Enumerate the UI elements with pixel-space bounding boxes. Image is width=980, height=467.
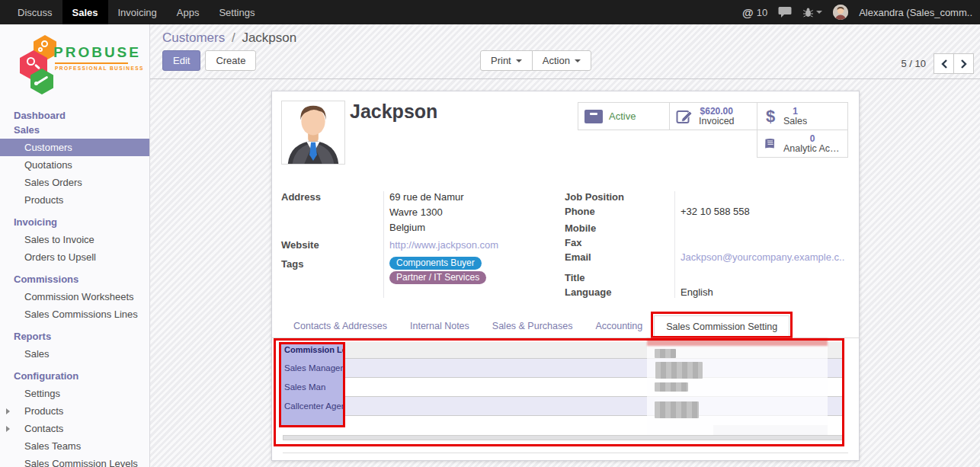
sidebar-heading-reports[interactable]: Reports bbox=[0, 328, 149, 345]
action-dropdowns: Print Action bbox=[480, 50, 591, 71]
logo-subtitle: PROFESSIONAL BUSINESS bbox=[53, 66, 136, 71]
address-line: 69 rue de Namur bbox=[389, 190, 464, 205]
edit-button[interactable]: Edit bbox=[162, 50, 200, 71]
sidebar-item-config-products[interactable]: Products bbox=[0, 402, 149, 420]
sidebar-item-sales-to-invoice[interactable]: Sales to Invoice bbox=[0, 231, 149, 248]
expand-arrow-icon bbox=[6, 426, 10, 432]
at-icon: @ bbox=[742, 6, 754, 19]
active-label: Active bbox=[609, 110, 636, 122]
nav-item-apps[interactable]: Apps bbox=[167, 0, 210, 24]
sales-label: Sales bbox=[783, 117, 807, 126]
probuse-logo: PROBUSE PROFESSIONAL BUSINESS bbox=[14, 35, 136, 94]
sidebar-heading-sales[interactable]: Sales bbox=[0, 124, 149, 139]
commission-level-cell[interactable]: Sales Man bbox=[281, 378, 345, 397]
top-navbar: Discuss Sales Invoicing Apps Settings @ … bbox=[0, 0, 980, 24]
sidebar-item-sales-commission-levels[interactable]: Sales Commission Levels bbox=[0, 455, 149, 467]
debug-bug-icon[interactable] bbox=[802, 7, 822, 18]
sidebar-heading-configuration[interactable]: Configuration bbox=[0, 367, 149, 385]
stat-buttons: Active $620.00 Invoiced $ 1 bbox=[577, 102, 848, 158]
sales-stat-button[interactable]: $ 1 Sales bbox=[757, 102, 848, 130]
address-line: Wavre 1300 bbox=[389, 205, 464, 220]
sales-value: 1 bbox=[783, 107, 807, 117]
column-separator bbox=[383, 191, 384, 298]
pager-count: 5 / 10 bbox=[901, 58, 926, 69]
print-dropdown[interactable]: Print bbox=[480, 50, 533, 71]
tab-sales-purchases[interactable]: Sales & Purchases bbox=[481, 315, 584, 337]
sidebar-heading-dashboard[interactable]: Dashboard bbox=[0, 107, 149, 124]
action-label: Action bbox=[543, 55, 570, 66]
sidebar-item-products[interactable]: Products bbox=[0, 191, 149, 209]
main-content: Customers / Jackpson Edit Create Print A… bbox=[150, 24, 980, 467]
website-link[interactable]: http://www.jackpson.com bbox=[383, 238, 498, 252]
column-separator bbox=[674, 191, 675, 298]
pager-previous-button[interactable] bbox=[934, 53, 954, 74]
invoiced-value: $620.00 bbox=[699, 107, 735, 117]
sidebar-item-orders-to-upsell[interactable]: Orders to Upsell bbox=[0, 248, 149, 266]
sidebar-item-commission-worksheets[interactable]: Commission Worksheets bbox=[0, 288, 149, 305]
commission-level-cell[interactable]: Callcenter Agent bbox=[281, 397, 345, 416]
edit-pencil-icon bbox=[676, 109, 693, 124]
mention-counter[interactable]: @ 10 bbox=[742, 6, 767, 19]
action-dropdown[interactable]: Action bbox=[532, 50, 591, 71]
commission-level-cell[interactable]: Sales Manager bbox=[281, 359, 345, 378]
redacted-value bbox=[655, 382, 688, 392]
active-stat-button[interactable]: Active bbox=[578, 102, 670, 130]
sidebar-item-sales-orders[interactable]: Sales Orders bbox=[0, 174, 149, 191]
phone-value: +32 10 588 558 bbox=[674, 204, 750, 219]
analytic-label: Analytic Acco... bbox=[783, 144, 841, 154]
tab-contacts-addresses[interactable]: Contacts & Addresses bbox=[282, 315, 399, 337]
logo-title: PROBUSE bbox=[53, 44, 136, 61]
title-value bbox=[674, 270, 681, 285]
book-icon bbox=[764, 137, 777, 151]
pager-next-button[interactable] bbox=[953, 53, 974, 74]
sidebar-item-label: Products bbox=[24, 405, 63, 417]
nav-item-sales[interactable]: Sales bbox=[62, 0, 108, 24]
print-label: Print bbox=[491, 55, 511, 66]
sidebar-item-reports-sales[interactable]: Sales bbox=[0, 345, 149, 363]
archive-box-icon bbox=[584, 110, 603, 123]
invoiced-stat-button[interactable]: $620.00 Invoiced bbox=[669, 102, 757, 130]
fax-label: Fax bbox=[565, 235, 674, 250]
commission-level-header[interactable]: Commission Level bbox=[281, 342, 345, 359]
pager: 5 / 10 bbox=[901, 53, 974, 74]
language-value: English bbox=[674, 285, 713, 299]
logo-rule bbox=[55, 62, 128, 64]
control-panel: Customers / Jackpson Edit Create Print A… bbox=[150, 24, 980, 79]
tag-components-buyer: Components Buyer bbox=[389, 257, 482, 270]
horizontal-scrollbar[interactable] bbox=[283, 435, 843, 440]
email-link[interactable]: Jackpson@yourcompany.example.c.. bbox=[674, 250, 844, 264]
redaction-pink-strip bbox=[647, 338, 828, 346]
messages-icon[interactable] bbox=[778, 6, 792, 18]
sidebar-item-sales-teams[interactable]: Sales Teams bbox=[0, 437, 149, 455]
tab-sales-commission-setting[interactable]: Sales Commission Setting bbox=[654, 315, 789, 337]
tab-accounting[interactable]: Accounting bbox=[584, 315, 654, 337]
form-sheet: Jackpson Active $620.00 Invoiced bbox=[271, 91, 860, 461]
sidebar-heading-invoicing[interactable]: Invoicing bbox=[0, 213, 149, 231]
sidebar-item-customers[interactable]: Customers bbox=[0, 139, 149, 156]
sidebar-heading-commissions[interactable]: Commissions bbox=[0, 270, 149, 288]
commission-table: Commission Level Sales Manager Sales Man… bbox=[272, 338, 859, 462]
nav-item-discuss[interactable]: Discuss bbox=[8, 0, 62, 24]
partner-photo[interactable] bbox=[281, 101, 345, 165]
sidebar-item-quotations[interactable]: Quotations bbox=[0, 156, 149, 174]
sidebar-item-sales-commissions-lines[interactable]: Sales Commissions Lines bbox=[0, 305, 149, 323]
phone-label: Phone bbox=[565, 204, 674, 219]
user-avatar[interactable] bbox=[833, 5, 848, 20]
caret-down-icon bbox=[575, 59, 581, 62]
navbar-menu: Discuss Sales Invoicing Apps Settings bbox=[0, 0, 264, 24]
address-line: Belgium bbox=[389, 220, 464, 235]
nav-item-invoicing[interactable]: Invoicing bbox=[108, 0, 167, 24]
user-menu[interactable]: Alexandra (Sales_comm.. bbox=[859, 7, 972, 18]
sidebar-item-config-contacts[interactable]: Contacts bbox=[0, 420, 149, 437]
website-label: Website bbox=[281, 238, 383, 252]
fax-value bbox=[674, 235, 681, 250]
sidebar-item-label: Contacts bbox=[24, 423, 63, 434]
nav-item-settings[interactable]: Settings bbox=[209, 0, 264, 24]
sidebar: PROBUSE PROFESSIONAL BUSINESS Dashboard … bbox=[0, 24, 150, 467]
breadcrumb-customers-link[interactable]: Customers bbox=[162, 30, 225, 45]
breadcrumb-current: Jackpson bbox=[242, 30, 296, 45]
tab-internal-notes[interactable]: Internal Notes bbox=[399, 315, 481, 337]
create-button[interactable]: Create bbox=[205, 50, 256, 71]
analytic-accounts-stat-button[interactable]: 0 Analytic Acco... bbox=[757, 130, 848, 158]
sidebar-item-settings[interactable]: Settings bbox=[0, 385, 149, 402]
